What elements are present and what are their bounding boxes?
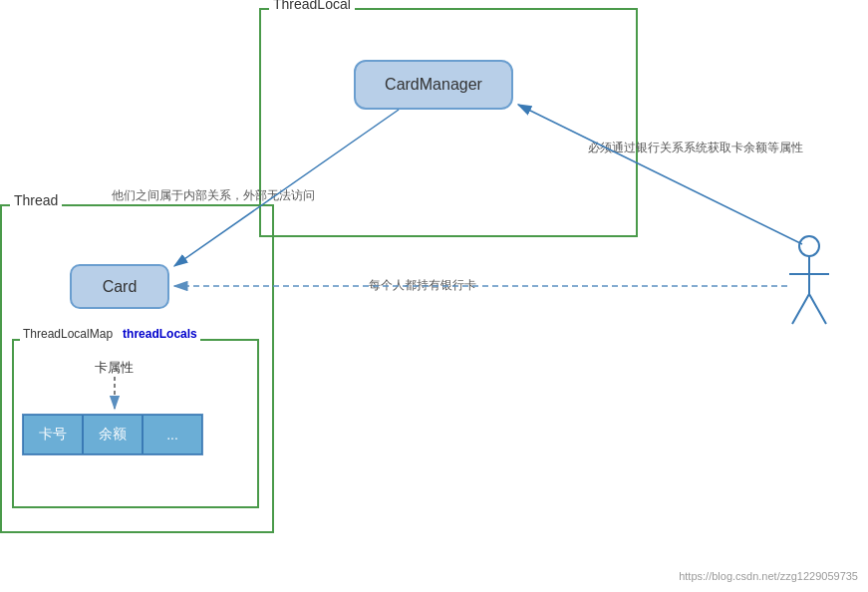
label-internal: 他们之间属于内部关系，外部无法访问	[112, 187, 315, 204]
ka-label: 卡属性	[95, 359, 134, 377]
card-manager-label: CardManager	[385, 76, 482, 94]
threadlocalmap-text: ThreadLocalMap	[23, 327, 113, 341]
threadlocalmap-label: ThreadLocalMap threadLocals	[20, 327, 200, 341]
threadlocal-label: ThreadLocal	[269, 0, 355, 12]
diagram-container: ThreadLocal Thread CardManager Card Thre…	[0, 0, 868, 592]
card-manager-box: CardManager	[354, 60, 513, 110]
thread-label: Thread	[10, 192, 62, 208]
table-container: 卡号 余额 ...	[22, 414, 203, 455]
threadlocals-text: threadLocals	[123, 327, 197, 341]
svg-line-3	[792, 294, 809, 324]
card-label: Card	[103, 278, 138, 296]
label-must: 必须通过银行关系系统获取卡余额等属性	[588, 140, 803, 156]
threadlocal-box: ThreadLocal	[259, 8, 638, 237]
svg-point-0	[799, 236, 819, 256]
url-text: https://blog.csdn.net/zzg1229059735	[679, 570, 858, 582]
table-cell-1: 余额	[83, 415, 143, 454]
label-each: 每个人都持有银行卡	[369, 277, 476, 294]
table-cell-2: ...	[143, 415, 202, 454]
card-box: Card	[70, 264, 169, 309]
person-figure	[787, 234, 832, 338]
svg-line-4	[809, 294, 826, 324]
table-cell-0: 卡号	[23, 415, 83, 454]
